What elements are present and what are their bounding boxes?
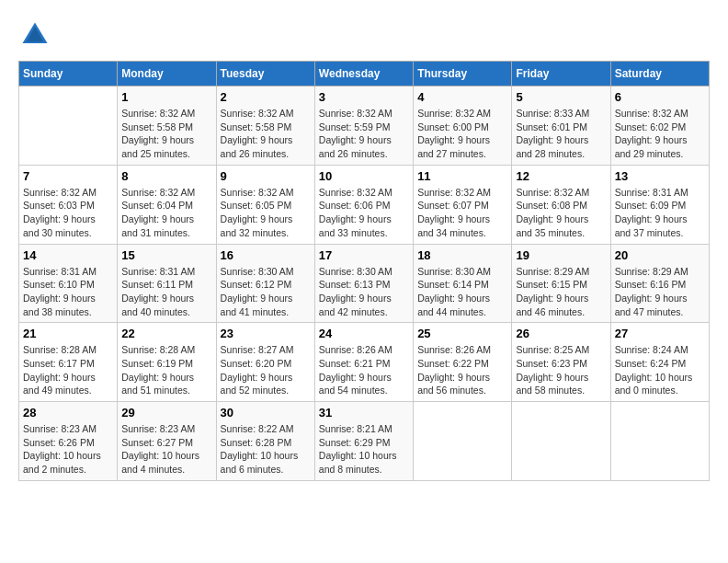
calendar-cell: 21Sunrise: 8:28 AMSunset: 6:17 PMDayligh… <box>19 323 118 402</box>
day-info: Sunrise: 8:32 AMSunset: 6:00 PMDaylight:… <box>417 107 507 161</box>
day-number: 31 <box>319 406 409 419</box>
day-info: Sunrise: 8:33 AMSunset: 6:01 PMDaylight:… <box>516 107 606 161</box>
day-info: Sunrise: 8:32 AMSunset: 6:06 PMDaylight:… <box>319 186 409 240</box>
day-number: 11 <box>417 169 507 183</box>
weekday-header: Tuesday <box>216 62 314 86</box>
day-number: 5 <box>516 90 606 104</box>
calendar-cell: 13Sunrise: 8:31 AMSunset: 6:09 PMDayligh… <box>610 165 709 244</box>
day-number: 23 <box>221 327 311 340</box>
calendar-cell: 22Sunrise: 8:28 AMSunset: 6:19 PMDayligh… <box>118 323 216 402</box>
day-number: 13 <box>615 169 705 183</box>
calendar-cell: 6Sunrise: 8:32 AMSunset: 6:02 PMDaylight… <box>610 86 709 166</box>
calendar-cell: 17Sunrise: 8:30 AMSunset: 6:13 PMDayligh… <box>314 244 413 323</box>
calendar-cell: 16Sunrise: 8:30 AMSunset: 6:12 PMDayligh… <box>216 244 314 323</box>
calendar-cell <box>610 402 709 481</box>
day-number: 20 <box>615 248 705 262</box>
day-number: 10 <box>319 169 409 183</box>
day-number: 7 <box>23 169 113 183</box>
day-number: 24 <box>319 327 409 340</box>
calendar-cell: 18Sunrise: 8:30 AMSunset: 6:14 PMDayligh… <box>414 244 512 323</box>
day-info: Sunrise: 8:32 AMSunset: 6:03 PMDaylight:… <box>23 186 113 240</box>
day-info: Sunrise: 8:23 AMSunset: 6:26 PMDaylight:… <box>23 422 113 477</box>
day-info: Sunrise: 8:28 AMSunset: 6:19 PMDaylight:… <box>121 343 211 397</box>
calendar-cell: 7Sunrise: 8:32 AMSunset: 6:03 PMDaylight… <box>19 165 118 244</box>
calendar-cell: 3Sunrise: 8:32 AMSunset: 5:59 PMDaylight… <box>314 86 413 166</box>
day-number: 15 <box>121 248 211 262</box>
calendar-header: SundayMondayTuesdayWednesdayThursdayFrid… <box>19 62 710 86</box>
day-number: 9 <box>221 169 311 183</box>
day-info: Sunrise: 8:32 AMSunset: 5:58 PMDaylight:… <box>221 107 311 161</box>
calendar-cell: 8Sunrise: 8:32 AMSunset: 6:04 PMDaylight… <box>118 165 216 244</box>
day-info: Sunrise: 8:26 AMSunset: 6:21 PMDaylight:… <box>319 343 409 397</box>
calendar-cell: 15Sunrise: 8:31 AMSunset: 6:11 PMDayligh… <box>118 244 216 323</box>
calendar-week-row: 28Sunrise: 8:23 AMSunset: 6:26 PMDayligh… <box>19 402 710 481</box>
day-info: Sunrise: 8:22 AMSunset: 6:28 PMDaylight:… <box>221 422 311 477</box>
day-number: 26 <box>516 327 606 340</box>
day-info: Sunrise: 8:26 AMSunset: 6:22 PMDaylight:… <box>417 343 507 397</box>
day-info: Sunrise: 8:25 AMSunset: 6:23 PMDaylight:… <box>516 343 606 397</box>
day-number: 16 <box>221 248 311 262</box>
day-number: 12 <box>516 169 606 183</box>
logo <box>18 18 55 52</box>
calendar-cell: 29Sunrise: 8:23 AMSunset: 6:27 PMDayligh… <box>118 402 216 481</box>
calendar-cell: 2Sunrise: 8:32 AMSunset: 5:58 PMDaylight… <box>216 86 314 166</box>
calendar-cell: 27Sunrise: 8:24 AMSunset: 6:24 PMDayligh… <box>610 323 709 402</box>
day-info: Sunrise: 8:32 AMSunset: 6:02 PMDaylight:… <box>615 107 705 161</box>
calendar-week-row: 14Sunrise: 8:31 AMSunset: 6:10 PMDayligh… <box>19 244 710 323</box>
day-number: 14 <box>23 248 113 262</box>
day-info: Sunrise: 8:32 AMSunset: 6:07 PMDaylight:… <box>417 186 507 240</box>
day-info: Sunrise: 8:31 AMSunset: 6:10 PMDaylight:… <box>23 265 113 319</box>
logo-icon <box>18 18 51 52</box>
day-info: Sunrise: 8:31 AMSunset: 6:11 PMDaylight:… <box>121 265 211 319</box>
calendar-cell: 24Sunrise: 8:26 AMSunset: 6:21 PMDayligh… <box>314 323 413 402</box>
day-number: 3 <box>319 90 409 104</box>
day-number: 28 <box>23 406 113 419</box>
calendar-cell <box>512 402 610 481</box>
weekday-header: Friday <box>512 62 610 86</box>
day-number: 18 <box>417 248 507 262</box>
calendar-cell: 25Sunrise: 8:26 AMSunset: 6:22 PMDayligh… <box>414 323 512 402</box>
page-header <box>18 18 710 52</box>
day-number: 1 <box>121 90 211 104</box>
day-info: Sunrise: 8:29 AMSunset: 6:15 PMDaylight:… <box>516 265 606 319</box>
calendar-cell: 30Sunrise: 8:22 AMSunset: 6:28 PMDayligh… <box>216 402 314 481</box>
day-number: 21 <box>23 327 113 340</box>
day-info: Sunrise: 8:27 AMSunset: 6:20 PMDaylight:… <box>221 343 311 397</box>
calendar-cell: 5Sunrise: 8:33 AMSunset: 6:01 PMDaylight… <box>512 86 610 166</box>
calendar-cell <box>414 402 512 481</box>
day-number: 8 <box>121 169 211 183</box>
calendar-cell: 26Sunrise: 8:25 AMSunset: 6:23 PMDayligh… <box>512 323 610 402</box>
calendar-cell: 14Sunrise: 8:31 AMSunset: 6:10 PMDayligh… <box>19 244 118 323</box>
day-number: 27 <box>615 327 705 340</box>
calendar-cell: 19Sunrise: 8:29 AMSunset: 6:15 PMDayligh… <box>512 244 610 323</box>
day-number: 17 <box>319 248 409 262</box>
calendar-cell: 9Sunrise: 8:32 AMSunset: 6:05 PMDaylight… <box>216 165 314 244</box>
calendar-week-row: 21Sunrise: 8:28 AMSunset: 6:17 PMDayligh… <box>19 323 710 402</box>
day-info: Sunrise: 8:29 AMSunset: 6:16 PMDaylight:… <box>615 265 705 319</box>
day-number: 29 <box>121 406 211 419</box>
calendar-cell: 31Sunrise: 8:21 AMSunset: 6:29 PMDayligh… <box>314 402 413 481</box>
calendar-body: 1Sunrise: 8:32 AMSunset: 5:58 PMDaylight… <box>19 86 710 481</box>
day-info: Sunrise: 8:28 AMSunset: 6:17 PMDaylight:… <box>23 343 113 397</box>
day-info: Sunrise: 8:32 AMSunset: 6:04 PMDaylight:… <box>121 186 211 240</box>
day-number: 25 <box>417 327 507 340</box>
weekday-header: Saturday <box>610 62 709 86</box>
calendar-cell: 28Sunrise: 8:23 AMSunset: 6:26 PMDayligh… <box>19 402 118 481</box>
day-info: Sunrise: 8:32 AMSunset: 6:08 PMDaylight:… <box>516 186 606 240</box>
day-info: Sunrise: 8:21 AMSunset: 6:29 PMDaylight:… <box>319 422 409 477</box>
weekday-header: Thursday <box>414 62 512 86</box>
day-number: 6 <box>615 90 705 104</box>
day-info: Sunrise: 8:24 AMSunset: 6:24 PMDaylight:… <box>615 343 705 397</box>
calendar-cell: 12Sunrise: 8:32 AMSunset: 6:08 PMDayligh… <box>512 165 610 244</box>
weekday-header: Monday <box>118 62 216 86</box>
day-number: 4 <box>417 90 507 104</box>
day-info: Sunrise: 8:30 AMSunset: 6:13 PMDaylight:… <box>319 265 409 319</box>
calendar-week-row: 7Sunrise: 8:32 AMSunset: 6:03 PMDaylight… <box>19 165 710 244</box>
day-number: 22 <box>121 327 211 340</box>
calendar-cell: 20Sunrise: 8:29 AMSunset: 6:16 PMDayligh… <box>610 244 709 323</box>
day-info: Sunrise: 8:32 AMSunset: 6:05 PMDaylight:… <box>221 186 311 240</box>
calendar-cell: 1Sunrise: 8:32 AMSunset: 5:58 PMDaylight… <box>118 86 216 166</box>
calendar-week-row: 1Sunrise: 8:32 AMSunset: 5:58 PMDaylight… <box>19 86 710 166</box>
day-number: 2 <box>221 90 311 104</box>
weekday-header: Wednesday <box>314 62 413 86</box>
